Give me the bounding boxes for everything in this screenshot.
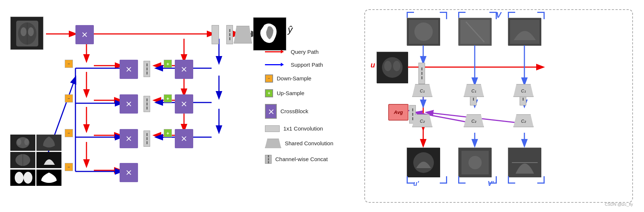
svg-point-37	[21, 27, 26, 36]
query-path-label: Query Path	[291, 49, 319, 55]
down-sample-2: −	[65, 94, 73, 102]
concat-icon	[265, 155, 272, 164]
down-sample-1: −	[65, 60, 73, 68]
svg-point-56	[414, 22, 433, 41]
cross-block-label: CrossBlock	[280, 108, 308, 114]
svg-point-42	[17, 139, 21, 145]
watermark: CSDN @tzc_fly	[605, 202, 633, 206]
svg-point-50	[15, 172, 24, 184]
legend-support-path: Support Path	[265, 62, 353, 68]
query-image	[10, 17, 43, 50]
arch-diagram: Xt St	[7, 4, 258, 208]
c2-block-1: C₂	[412, 114, 432, 127]
concat-block-2	[144, 96, 150, 112]
c1-block-2: C₁	[464, 84, 484, 97]
bracket-bot-mid2	[508, 176, 515, 184]
cross-block-3	[120, 94, 138, 114]
conv1x1-icon	[265, 125, 280, 132]
concat-label: Channel-wise Concat	[275, 156, 328, 162]
legend-query-path: Query Path	[265, 49, 353, 55]
query-arrow-icon	[265, 49, 287, 55]
cross-block-2	[120, 60, 138, 79]
cross-block-5	[120, 163, 138, 182]
legend-shared-conv: Shared Convolution	[265, 139, 353, 148]
bracket-bot-mid1	[458, 176, 466, 184]
concat-block-3	[144, 131, 150, 147]
up-sample-label: Up-Sample	[277, 90, 304, 96]
shared-conv-label: Shared Convolution	[285, 140, 333, 146]
v-prime-thumb-2	[508, 147, 541, 177]
legend-area: Query Path Support Path − Down-Sample + …	[261, 41, 357, 171]
concat-block-1	[144, 61, 150, 77]
main-container: Xt St	[0, 0, 644, 212]
svg-point-38	[28, 27, 34, 36]
support-arrow-icon	[265, 62, 287, 67]
legend-down-sample: − Down-Sample	[265, 74, 353, 83]
legend-up-sample: + Up-Sample	[265, 89, 353, 97]
support-images	[10, 135, 62, 186]
c1-block-1: C₁	[412, 84, 432, 97]
yhat-label: ŷ	[288, 24, 293, 35]
down-sample-label: Down-Sample	[277, 75, 311, 81]
svg-point-64	[384, 61, 392, 71]
u-prime-image	[407, 147, 440, 177]
shared-conv-final	[234, 26, 252, 44]
bracket-top-r1	[440, 12, 447, 19]
bracket-bot-left	[407, 176, 414, 184]
cross-block-4	[120, 129, 138, 148]
legend-conv1x1: 1x1 Convolution	[265, 125, 353, 132]
v-thumb-1	[407, 18, 440, 45]
output-image	[253, 17, 286, 51]
u-label: u	[371, 61, 375, 69]
down-sample-3: −	[65, 129, 73, 137]
v-prime-thumb-1	[458, 147, 491, 177]
support-path-label: Support Path	[291, 62, 323, 68]
cross-block-dec-2	[175, 94, 193, 114]
bracket-bot-r2	[489, 176, 497, 184]
c2-block-2: C₂	[464, 114, 484, 127]
right-diagram: V u	[362, 4, 637, 208]
down-sample-4: −	[65, 163, 73, 171]
up-sample-icon: +	[265, 89, 273, 97]
c2-block-3: C₂	[513, 114, 534, 127]
up-sample-2: +	[164, 94, 172, 102]
shared-conv-icon	[265, 139, 281, 148]
svg-point-51	[24, 172, 32, 184]
c1-block-3: C₁	[513, 84, 534, 97]
avg-block: Avg	[388, 104, 408, 121]
u-image	[376, 52, 408, 83]
legend-cross-block: CrossBlock	[265, 104, 353, 119]
bracket-bot-r1	[440, 176, 447, 184]
conv1x1-label: 1x1 Convolution	[283, 125, 323, 132]
svg-point-65	[393, 61, 400, 71]
cross-block-dec-3	[175, 129, 193, 148]
conv1x1-final	[212, 25, 219, 44]
up-sample-1: +	[164, 60, 172, 68]
svg-point-84	[468, 156, 482, 169]
v-thumb-2	[458, 18, 491, 45]
down-sample-icon: −	[265, 74, 273, 83]
cross-block-dec-1	[175, 60, 193, 79]
concat-final	[226, 25, 233, 44]
u-prime-label: u'	[413, 180, 419, 188]
legend-concat: Channel-wise Concat	[265, 155, 353, 164]
bracket-bot-r3	[537, 176, 545, 184]
up-sample-3: +	[164, 129, 172, 137]
cross-block-1	[75, 25, 94, 44]
rd-concat-1	[418, 63, 425, 84]
svg-point-43	[24, 139, 29, 145]
v-thumb-3	[508, 18, 541, 45]
cross-block-icon	[265, 104, 277, 119]
